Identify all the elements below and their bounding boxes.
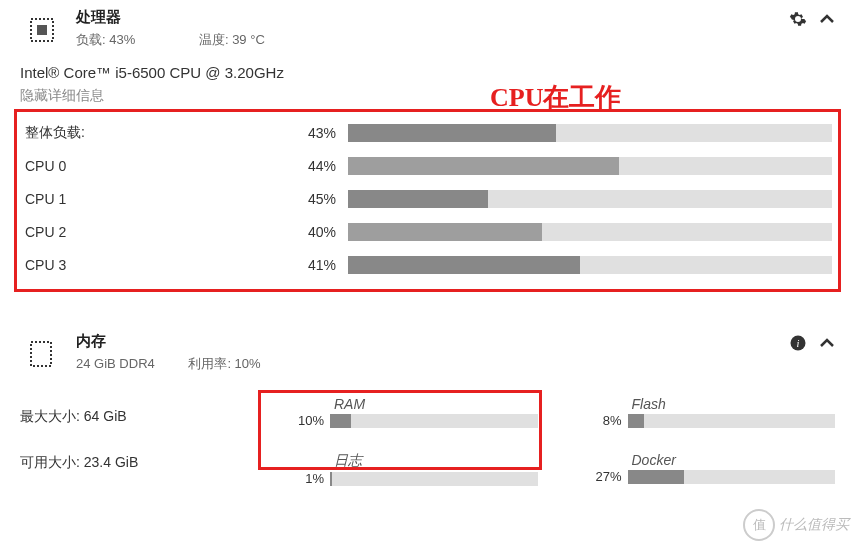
mem-item-label: 日志 xyxy=(280,452,538,470)
metric-bar xyxy=(348,124,832,142)
collapse-icon[interactable] xyxy=(819,11,835,31)
cpu-header: 处理器 负载: 43% 温度: 39 °C xyxy=(0,0,855,56)
mem-item-bar xyxy=(628,470,836,484)
mem-item-value: 1% xyxy=(280,471,330,486)
mem-item-value: 8% xyxy=(578,413,628,428)
mem-title: 内存 xyxy=(76,332,321,351)
mem-item-value: 27% xyxy=(578,469,628,484)
mem-item-label: RAM xyxy=(280,396,538,412)
mem-panel: 内存 24 GiB DDR4 利用率: 10% i 使用内存增加 最大大小: 6… xyxy=(0,324,855,500)
cpu-model: Intel® Core™ i5-6500 CPU @ 3.20GHz xyxy=(20,64,835,81)
metric-row: CPU 341% xyxy=(23,248,832,281)
metric-value: 44% xyxy=(288,158,348,174)
mem-item-label: Docker xyxy=(578,452,836,468)
mem-item: 日志1% xyxy=(280,452,538,500)
mem-details: 最大大小: 64 GiB 可用大小: 23.4 GiB RAM10%Flash8… xyxy=(0,380,855,500)
metric-value: 45% xyxy=(288,191,348,207)
mem-item-label: Flash xyxy=(578,396,836,412)
svg-rect-2 xyxy=(31,342,51,366)
cpu-icon xyxy=(20,8,64,52)
cpu-metrics-table: 整体负载:43%CPU 044%CPU 145%CPU 240%CPU 341% xyxy=(14,109,841,292)
metric-row: CPU 240% xyxy=(23,215,832,248)
metric-label: CPU 0 xyxy=(23,158,288,174)
metric-label: 整体负载: xyxy=(23,124,288,142)
mem-max: 最大大小: 64 GiB xyxy=(20,408,260,426)
cpu-title: 处理器 xyxy=(76,8,325,27)
metric-row: CPU 044% xyxy=(23,149,832,182)
mem-item-bar xyxy=(330,414,538,428)
svg-text:i: i xyxy=(797,338,800,349)
watermark: 值 什么值得买 xyxy=(743,509,849,541)
mem-item: RAM10% xyxy=(280,396,538,442)
metric-value: 43% xyxy=(288,125,348,141)
hide-details-link[interactable]: 隐藏详细信息 xyxy=(20,87,835,105)
cpu-panel: 处理器 负载: 43% 温度: 39 °C Intel® Core™ i5-65… xyxy=(0,0,855,292)
metric-bar xyxy=(348,256,832,274)
metric-label: CPU 3 xyxy=(23,257,288,273)
metric-value: 40% xyxy=(288,224,348,240)
metric-bar xyxy=(348,223,832,241)
cpu-subtitle: 负载: 43% 温度: 39 °C xyxy=(76,31,325,49)
annotation-cpu: CPU在工作 xyxy=(490,80,621,115)
metric-bar xyxy=(348,157,832,175)
metric-label: CPU 2 xyxy=(23,224,288,240)
mem-subtitle: 24 GiB DDR4 利用率: 10% xyxy=(76,355,321,373)
memory-icon xyxy=(20,332,64,376)
mem-item: Flash8% xyxy=(578,396,836,442)
cpu-model-block: Intel® Core™ i5-6500 CPU @ 3.20GHz 隐藏详细信… xyxy=(0,56,855,105)
metric-bar xyxy=(348,190,832,208)
mem-item-bar xyxy=(330,472,538,486)
mem-avail: 可用大小: 23.4 GiB xyxy=(20,454,260,472)
collapse-icon[interactable] xyxy=(819,335,835,355)
gear-icon[interactable] xyxy=(789,10,807,32)
mem-item-bar xyxy=(628,414,836,428)
mem-item: Docker27% xyxy=(578,452,836,500)
svg-rect-1 xyxy=(37,25,47,35)
metric-row: 整体负载:43% xyxy=(23,116,832,149)
mem-header: 内存 24 GiB DDR4 利用率: 10% i xyxy=(0,324,855,380)
metric-row: CPU 145% xyxy=(23,182,832,215)
mem-item-value: 10% xyxy=(280,413,330,428)
metric-value: 41% xyxy=(288,257,348,273)
metric-label: CPU 1 xyxy=(23,191,288,207)
info-icon[interactable]: i xyxy=(789,334,807,356)
